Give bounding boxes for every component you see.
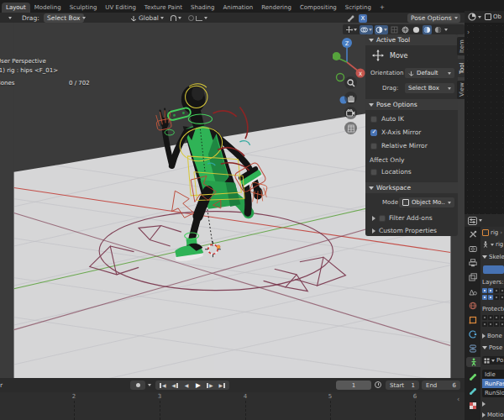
filter-addons-checkbox[interactable] <box>379 215 386 222</box>
jump-to-end-button[interactable]: ▶ <box>216 381 228 390</box>
pose-library-panel-header[interactable]: Pose Li... <box>482 344 504 351</box>
armature-layers-row2[interactable] <box>482 295 504 300</box>
protected-layers-row1[interactable] <box>482 315 504 320</box>
armature-layers-row1[interactable] <box>482 288 504 293</box>
zoom-button[interactable] <box>344 76 357 89</box>
armature-name-field[interactable]: rig <box>496 241 503 248</box>
properties-tab-output[interactable] <box>468 258 478 268</box>
locations-row[interactable]: Locations <box>370 168 412 176</box>
pose-options-panel-header[interactable]: Pose Options <box>365 99 458 110</box>
show-overlays-dropdown[interactable] <box>360 25 373 34</box>
frame-start-field[interactable]: Start 1 <box>386 381 419 390</box>
x-axis-mirror-checkbox[interactable] <box>370 129 377 136</box>
region-corner-chevron[interactable]: ‹ <box>457 396 459 403</box>
xray-toggle[interactable] <box>390 25 399 34</box>
timeline-ruler[interactable]: 2 3 4 5 6 ‹ <box>0 392 465 420</box>
workspace-panel-header[interactable]: Workspace <box>365 182 458 193</box>
mode-value-dropdown[interactable]: Object Mo... <box>399 197 454 207</box>
filter-addons-row[interactable]: Filter Add-ons <box>372 214 433 222</box>
breadcrumb[interactable]: rig › <box>482 229 502 236</box>
jump-to-start-button[interactable]: ◀ <box>157 381 169 390</box>
orthographic-toggle-button[interactable] <box>344 122 357 134</box>
properties-tab-tool[interactable] <box>468 229 478 239</box>
auto-keying-dropdown[interactable] <box>148 384 151 386</box>
pose-library-id-dropdown[interactable]: Po... <box>482 356 504 365</box>
properties-tab-texture[interactable] <box>468 401 478 411</box>
timeline-clipped-menu[interactable]: r <box>0 381 3 389</box>
auto-keying-button[interactable] <box>130 381 145 390</box>
pose-position-button[interactable] <box>483 265 504 274</box>
chevron-down-icon[interactable] <box>479 219 482 222</box>
shading-rendered-button[interactable] <box>433 25 443 34</box>
active-tool-dropdown[interactable] <box>8 13 12 23</box>
pose-list-item-selected[interactable]: RunFast <box>482 379 504 388</box>
gizmo-neg-y-axis[interactable] <box>337 74 344 81</box>
pan-button[interactable] <box>344 92 357 104</box>
open-sidebar-chevron[interactable]: › <box>467 29 470 36</box>
frame-end-field[interactable]: End 6 <box>422 381 460 390</box>
shading-wireframe-button[interactable] <box>401 25 410 34</box>
properties-editor-icon[interactable] <box>468 217 477 225</box>
properties-tab-physics[interactable] <box>468 329 478 339</box>
pose-list-item[interactable]: RunSlow <box>482 388 504 397</box>
properties-tab-scene[interactable] <box>468 286 478 297</box>
editor-type-icon[interactable] <box>468 13 476 21</box>
locations-checkbox[interactable] <box>370 169 377 176</box>
tab-compositing[interactable]: Compositing <box>296 3 341 13</box>
snap-dropdown[interactable] <box>171 13 181 23</box>
properties-tab-constraints[interactable] <box>468 344 478 354</box>
id-name-row[interactable]: rig <box>482 241 503 248</box>
auto-ik-row[interactable]: Auto IK <box>370 115 404 123</box>
relative-mirror-row[interactable]: Relative Mirror <box>370 142 428 150</box>
bone-groups-panel-header[interactable]: Bone G... <box>482 333 504 339</box>
tab-modeling[interactable]: Modeling <box>30 3 66 13</box>
proportional-editing-dropdown[interactable] <box>188 13 207 23</box>
relative-mirror-checkbox[interactable] <box>370 143 377 150</box>
orientation-value-dropdown[interactable]: Default <box>405 68 454 78</box>
x-axis-mirror-toggle[interactable]: X <box>359 14 367 23</box>
auto-ik-checkbox[interactable] <box>370 116 377 123</box>
skeleton-panel-header[interactable]: Skeleto... <box>482 254 504 260</box>
play-button[interactable]: ▶ <box>192 381 204 390</box>
shading-dropdown-chevron[interactable] <box>444 29 448 31</box>
properties-tab-bone[interactable] <box>468 372 478 382</box>
select-box-dropdown[interactable]: Select Box <box>44 13 84 23</box>
add-workspace-button[interactable]: + <box>375 3 389 13</box>
tab-texture-paint[interactable]: Texture Paint <box>140 3 186 13</box>
tab-rendering[interactable]: Rendering <box>257 3 296 13</box>
properties-tab-world[interactable] <box>468 301 478 311</box>
tab-sculpting[interactable]: Sculpting <box>66 3 102 13</box>
pose-list-item[interactable]: Idle <box>482 370 504 379</box>
tab-shading[interactable]: Shading <box>186 3 218 13</box>
use-preview-range-button[interactable] <box>375 381 381 388</box>
protected-layers-row2[interactable] <box>482 322 504 327</box>
pose-bone-mirror-icon[interactable] <box>347 13 355 23</box>
shading-solid-button[interactable] <box>412 25 421 34</box>
drag-value-dropdown[interactable]: Select Box <box>405 83 454 93</box>
properties-tab-bone-constraint[interactable] <box>468 386 478 396</box>
motion-paths-panel-header[interactable]: Motion... <box>482 412 504 418</box>
shading-material-button[interactable] <box>423 25 432 34</box>
next-keyframe-button[interactable]: ▶ <box>204 381 216 390</box>
list-expand-arrow[interactable] <box>482 402 486 407</box>
camera-view-button[interactable] <box>344 107 357 119</box>
current-frame-field[interactable]: 1 <box>336 381 371 390</box>
properties-tab-view-layer[interactable] <box>468 272 478 282</box>
properties-tab-object[interactable] <box>468 315 478 325</box>
show-gizmo-dropdown[interactable] <box>344 25 358 34</box>
custom-properties-row[interactable]: Custom Properties <box>372 227 437 234</box>
tab-scripting[interactable]: Scripting <box>341 3 375 13</box>
prev-keyframe-button[interactable]: ◀ <box>169 381 181 390</box>
tab-uv-editing[interactable]: UV Editing <box>101 3 140 13</box>
tab-layout[interactable]: Layout <box>2 3 30 13</box>
tab-animation[interactable]: Animation <box>218 3 257 13</box>
xray-dropdown[interactable] <box>375 25 388 34</box>
properties-tab-render[interactable] <box>468 244 478 254</box>
pose-options-dropdown[interactable]: Pose Options <box>407 13 460 23</box>
active-tool-panel-header[interactable]: Active Tool <box>365 34 458 45</box>
transform-orientation-dropdown[interactable]: Global <box>130 13 164 23</box>
chevron-down-icon[interactable] <box>478 16 481 18</box>
shader-context-label[interactable]: Ob <box>493 13 501 20</box>
x-axis-mirror-row[interactable]: X-Axis Mirror <box>370 129 421 136</box>
node-editor-canvas[interactable]: › <box>465 23 504 214</box>
